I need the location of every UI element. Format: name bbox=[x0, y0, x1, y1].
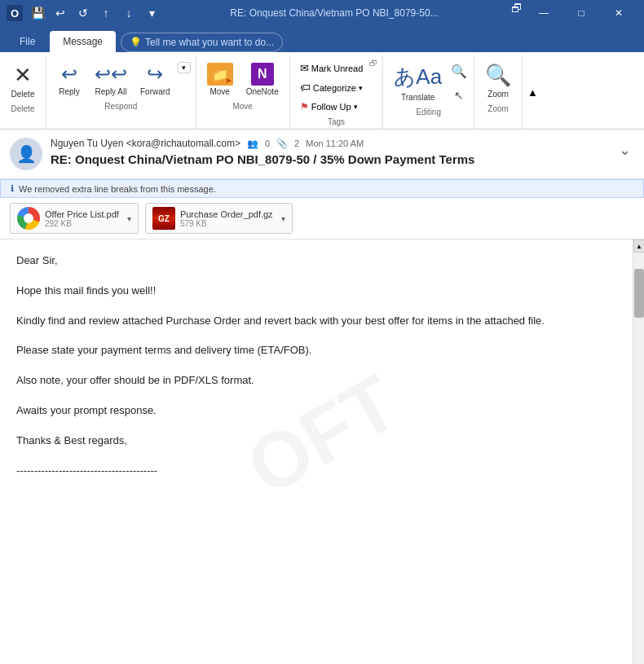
editing-group-label: Editing bbox=[416, 108, 441, 119]
respond-group-buttons: ↩ Reply ↩↩ Reply All ↪ Forward ▾ bbox=[51, 59, 191, 100]
attachment-1-dropdown[interactable]: ▾ bbox=[127, 214, 131, 223]
delete-group: ✕ Delete Delete bbox=[0, 55, 46, 129]
redo-button[interactable]: ↺ bbox=[75, 5, 91, 21]
up-button[interactable]: ↑ bbox=[98, 5, 114, 21]
attachment-2[interactable]: GZ Purchase Order_pdf.gz 579 KB ▾ bbox=[145, 203, 293, 234]
tags-dialog-icon: 🗗 bbox=[369, 59, 377, 68]
outlook-icon: O bbox=[7, 5, 23, 21]
lightbulb-icon: 💡 bbox=[130, 37, 142, 48]
reply-icon: ↩ bbox=[61, 63, 77, 86]
reply-button[interactable]: ↩ Reply bbox=[51, 59, 87, 100]
editing-actions: 🔍 ↖ bbox=[449, 62, 469, 104]
minimize-button[interactable]: — bbox=[525, 0, 562, 26]
scrollbar-up-button[interactable]: ▲ bbox=[633, 240, 644, 253]
title-bar-left: O 💾 ↩ ↺ ↑ ↓ ▾ bbox=[7, 5, 160, 21]
categorize-button[interactable]: 🏷 Categorize ▾ bbox=[295, 78, 368, 97]
restore-down-button[interactable]: 🗗 bbox=[509, 0, 525, 16]
flag-icon: ⚑ bbox=[300, 101, 309, 112]
sender-email: <kora@richautomall.com> bbox=[126, 138, 240, 149]
tags-group-buttons: ✉ Mark Unread 🏷 Categorize ▾ ⚑ Follow Up… bbox=[295, 59, 378, 116]
scrollbar-thumb[interactable] bbox=[634, 269, 644, 318]
attachment-count: 2 bbox=[294, 139, 299, 148]
reply-all-button[interactable]: ↩↩ Reply All bbox=[89, 59, 133, 100]
body-line7: Thanks & Best regards, bbox=[16, 433, 628, 450]
follow-up-button[interactable]: ⚑ Follow Up ▾ bbox=[295, 98, 368, 116]
body-line4: Please state your payment terms and deli… bbox=[16, 342, 628, 359]
mark-unread-button[interactable]: ✉ Mark Unread bbox=[295, 59, 368, 77]
translate-label: Translate bbox=[401, 93, 434, 102]
tab-message[interactable]: Message bbox=[50, 31, 116, 52]
body-line3: Kindly find and review attached Purchase… bbox=[16, 313, 628, 330]
body-scrollbar[interactable]: ▲ ▼ bbox=[633, 240, 644, 664]
move-icon: 📁 bbox=[207, 63, 233, 86]
attachment-2-dropdown[interactable]: ▾ bbox=[281, 214, 285, 223]
winrar-icon: GZ bbox=[152, 207, 175, 230]
forward-button[interactable]: ↪ Forward bbox=[135, 59, 176, 100]
email-body: OFT Dear Sir, Hope this mail finds you w… bbox=[0, 240, 644, 631]
save-button[interactable]: 💾 bbox=[29, 5, 46, 21]
down-button[interactable]: ↓ bbox=[121, 5, 137, 21]
attachment-1-name: Offer Price List.pdf bbox=[45, 209, 119, 219]
info-message: We removed extra line breaks from this m… bbox=[19, 184, 216, 194]
sender-name: Nguyen Tu Uyen <kora@richautomall.com> bbox=[51, 138, 240, 149]
info-bar: ℹ We removed extra line breaks from this… bbox=[0, 179, 644, 198]
move-group: 📁 Move N OneNote Move bbox=[196, 55, 290, 129]
tell-me-text: Tell me what you want to do... bbox=[145, 37, 274, 48]
email-subject: RE: Onquest China/Vietnam PO NBI_8079-50… bbox=[51, 152, 607, 166]
email-body-container: OFT Dear Sir, Hope this mail finds you w… bbox=[0, 240, 644, 664]
zoom-group: 🔍 Zoom Zoom bbox=[474, 55, 523, 129]
attachment-icon: 📎 bbox=[276, 139, 288, 149]
respond-more-button[interactable]: ▾ bbox=[178, 62, 191, 73]
mark-unread-label: Mark Unread bbox=[311, 64, 364, 73]
body-line5: Also note, your offer should be in PDF/X… bbox=[16, 372, 628, 389]
zoom-button[interactable]: 🔍 Zoom bbox=[479, 59, 517, 103]
undo-button[interactable]: ↩ bbox=[52, 5, 68, 21]
close-button[interactable]: ✕ bbox=[600, 0, 637, 26]
categorize-dropdown-icon: ▾ bbox=[359, 84, 363, 92]
window-controls: 🗗 — □ ✕ bbox=[509, 0, 637, 26]
tell-me-input[interactable]: 💡 Tell me what you want to do... bbox=[121, 33, 283, 52]
ribbon-collapse-button[interactable]: ▲ bbox=[523, 55, 543, 129]
email-date: Mon 11:20 AM bbox=[306, 139, 364, 148]
translate-icon: あAa bbox=[394, 63, 442, 91]
maximize-button[interactable]: □ bbox=[562, 0, 600, 26]
collapse-icon: ▲ bbox=[527, 86, 538, 99]
tags-col: ✉ Mark Unread 🏷 Categorize ▾ ⚑ Follow Up… bbox=[295, 59, 368, 116]
respond-group: ↩ Reply ↩↩ Reply All ↪ Forward ▾ Respond bbox=[46, 55, 196, 129]
email-header: 👤 Nguyen Tu Uyen <kora@richautomall.com>… bbox=[0, 130, 644, 179]
sender-avatar: 👤 bbox=[10, 138, 42, 170]
main-layout: 👤 Nguyen Tu Uyen <kora@richautomall.com>… bbox=[0, 130, 644, 664]
forward-label: Forward bbox=[140, 87, 170, 96]
tab-bar: File Message 💡 Tell me what you want to … bbox=[0, 26, 644, 52]
zoom-icon: 🔍 bbox=[485, 63, 511, 88]
move-button[interactable]: 📁 Move bbox=[201, 59, 239, 100]
translate-button[interactable]: あAa Translate bbox=[388, 59, 448, 106]
attachments-bar: Offer Price List.pdf 292 KB ▾ GZ Purchas… bbox=[0, 198, 644, 240]
attachment-1[interactable]: Offer Price List.pdf 292 KB ▾ bbox=[10, 203, 139, 234]
body-line2: Hope this mail finds you well!! bbox=[16, 283, 628, 300]
mark-unread-icon: ✉ bbox=[300, 62, 309, 74]
title-bar: O 💾 ↩ ↺ ↑ ↓ ▾ RE: Onquest China/Vietnam … bbox=[0, 0, 644, 26]
attachment-1-info: Offer Price List.pdf 292 KB bbox=[45, 209, 119, 228]
tags-dialog-launcher[interactable]: 🗗 bbox=[369, 59, 377, 82]
delete-icon: ✕ bbox=[14, 63, 32, 88]
email-expand-button[interactable]: ⌄ bbox=[615, 138, 634, 162]
cursor-icon[interactable]: ↖ bbox=[449, 86, 469, 104]
people-icon: 👥 bbox=[247, 139, 258, 149]
chrome-icon bbox=[17, 207, 40, 230]
search-icon[interactable]: 🔍 bbox=[449, 62, 469, 80]
onenote-label: OneNote bbox=[246, 87, 279, 96]
delete-button[interactable]: ✕ Delete bbox=[5, 59, 41, 103]
delete-group-label: Delete bbox=[11, 104, 35, 116]
people-count: 0 bbox=[265, 139, 270, 148]
categorize-icon: 🏷 bbox=[300, 81, 311, 94]
onenote-icon: N bbox=[251, 63, 274, 86]
onenote-button[interactable]: N OneNote bbox=[240, 59, 285, 100]
dropdown-button[interactable]: ▾ bbox=[143, 5, 160, 21]
body-line1: Dear Sir, bbox=[16, 253, 628, 270]
forward-icon: ↪ bbox=[147, 63, 163, 86]
zoom-label: Zoom bbox=[487, 90, 509, 99]
tags-group: ✉ Mark Unread 🏷 Categorize ▾ ⚑ Follow Up… bbox=[290, 55, 384, 129]
move-group-label: Move bbox=[232, 102, 252, 113]
tab-file[interactable]: File bbox=[7, 31, 48, 52]
